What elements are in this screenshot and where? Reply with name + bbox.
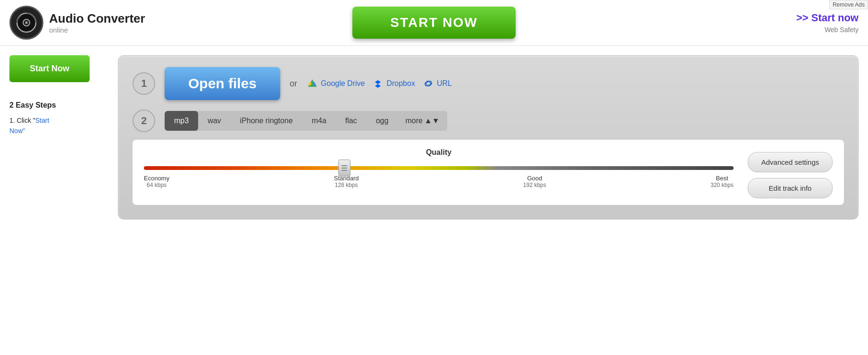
step1-prefix: 1. Click " — [9, 117, 35, 124]
sidebar: Start Now 2 Easy Steps 1. Click "Start N… — [0, 46, 113, 229]
dropbox-icon — [372, 78, 384, 89]
logo-sub: online — [49, 26, 145, 34]
remove-ads-button[interactable]: Remove Ads — [829, 0, 868, 9]
header-center: START NOW — [160, 7, 708, 39]
quality-kbps-standard: 128 kbps — [334, 182, 359, 188]
start-now-link[interactable]: >> Start now — [796, 12, 859, 24]
quality-slider-container — [144, 166, 734, 170]
dropbox-link[interactable]: Dropbox — [372, 78, 415, 89]
header-right: >> Start now Web Safety — [708, 12, 859, 34]
quality-label-economy: Economy 64 kbps — [144, 175, 169, 188]
format-tabs: mp3 wav iPhone ringtone m4a flac ogg mor… — [165, 111, 447, 131]
quality-labels: Economy 64 kbps Standard 128 kbps Good 1… — [144, 175, 734, 188]
format-tab-flac[interactable]: flac — [336, 111, 367, 131]
slider-thumb-line-1 — [342, 165, 347, 166]
edit-track-info-button[interactable]: Edit track info — [748, 178, 833, 198]
svg-point-2 — [25, 22, 28, 24]
step2-number: 2 — [133, 110, 155, 132]
slider-thumb-lines — [342, 165, 347, 171]
format-tab-ogg[interactable]: ogg — [367, 111, 398, 131]
step1-row: 1 Open files or — [133, 67, 844, 100]
quality-name-economy: Economy — [144, 175, 169, 182]
google-drive-label: Google Drive — [321, 79, 365, 88]
quality-label-best: Best 320 kbps — [710, 175, 734, 188]
or-label: or — [290, 79, 297, 89]
web-safety-label: Web Safety — [825, 26, 859, 34]
logo-text: Audio Converter online — [49, 11, 145, 34]
svg-marker-8 — [375, 80, 381, 84]
logo-area: Audio Converter online — [9, 6, 160, 40]
start-now-main-button[interactable]: START NOW — [352, 7, 515, 39]
cloud-links: Google Drive Dropbox — [307, 78, 452, 89]
sidebar-start-button[interactable]: Start Now — [9, 55, 90, 82]
open-files-button[interactable]: Open files — [165, 67, 280, 100]
quality-slider-track[interactable] — [144, 166, 734, 170]
advanced-settings-button[interactable]: Advanced settings — [748, 152, 833, 172]
step1-link[interactable]: Start — [35, 117, 50, 124]
quality-kbps-good: 192 kbps — [523, 182, 546, 188]
dropbox-label: Dropbox — [386, 79, 415, 88]
quality-section: Quality — [133, 140, 844, 205]
quality-slider-thumb[interactable] — [338, 160, 351, 177]
format-tab-mp3[interactable]: mp3 — [165, 111, 198, 131]
url-link-icon — [423, 78, 434, 89]
more-label: more — [405, 117, 422, 125]
quality-right: Advanced settings Edit track info — [748, 148, 833, 198]
quality-label-standard: Standard 128 kbps — [334, 175, 359, 188]
more-arrow-icon: ▲▼ — [425, 117, 440, 125]
quality-name-best: Best — [716, 175, 728, 182]
quality-title: Quality — [144, 148, 734, 157]
logo-icon — [9, 6, 43, 40]
format-tab-more[interactable]: more ▲▼ — [398, 111, 447, 131]
slider-thumb-line-3 — [342, 170, 347, 171]
quality-kbps-best: 320 kbps — [710, 182, 734, 188]
sidebar-steps-title: 2 Easy Steps — [9, 101, 104, 110]
converter-box: 1 Open files or — [118, 55, 859, 220]
format-tab-wav[interactable]: wav — [198, 111, 230, 131]
quality-label-good: Good 192 kbps — [523, 175, 546, 188]
quality-name-good: Good — [527, 175, 542, 182]
slider-thumb-line-2 — [342, 168, 347, 169]
main-area: 1 Open files or — [113, 46, 868, 229]
quality-left: Quality — [144, 148, 734, 188]
step1-link2[interactable]: Now" — [9, 127, 25, 135]
google-drive-link[interactable]: Google Drive — [307, 78, 365, 89]
url-link[interactable]: URL — [423, 78, 452, 89]
url-label: URL — [437, 79, 452, 88]
format-tab-iphone-ringtone[interactable]: iPhone ringtone — [231, 111, 302, 131]
format-tab-m4a[interactable]: m4a — [302, 111, 336, 131]
header: Audio Converter online START NOW >> Star… — [0, 0, 868, 46]
svg-rect-6 — [308, 85, 317, 86]
layout: Start Now 2 Easy Steps 1. Click "Start N… — [0, 46, 868, 229]
step2-row: 2 mp3 wav iPhone ringtone m4a flac ogg m… — [133, 110, 844, 132]
google-drive-icon — [307, 78, 318, 89]
quality-kbps-economy: 64 kbps — [144, 182, 169, 188]
logo-title: Audio Converter — [49, 11, 145, 26]
step1-number: 1 — [133, 72, 155, 95]
sidebar-step1-text: 1. Click "Start Now" — [9, 115, 104, 136]
